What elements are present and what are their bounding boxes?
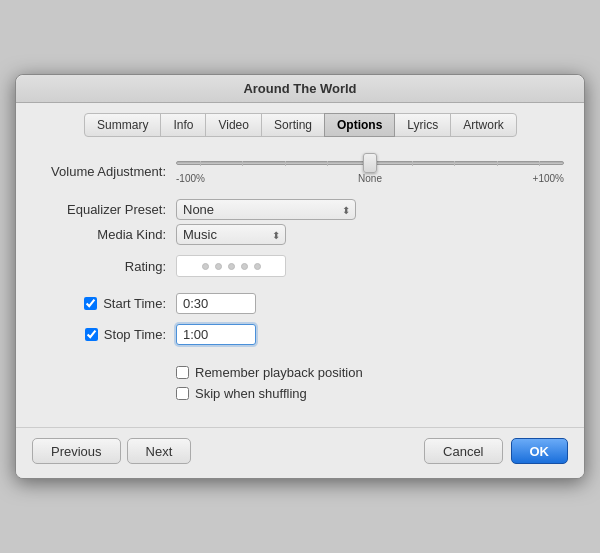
tab-lyrics[interactable]: Lyrics — [394, 113, 451, 137]
rating-dot-4[interactable] — [241, 263, 248, 270]
tab-artwork[interactable]: Artwork — [450, 113, 517, 137]
slider-labels: -100% None +100% — [176, 173, 564, 189]
main-window: Around The World Summary Info Video Sort… — [15, 74, 585, 479]
footer-right: Cancel OK — [424, 438, 568, 464]
equalizer-select[interactable]: None Acoustic Bass Booster Classical Dan… — [176, 199, 356, 220]
rating-row: Rating: — [36, 255, 564, 277]
footer: Previous Next Cancel OK — [16, 427, 584, 478]
equalizer-select-wrapper: None Acoustic Bass Booster Classical Dan… — [176, 199, 356, 220]
rating-dot-1[interactable] — [202, 263, 209, 270]
skip-shuffling-label: Skip when shuffling — [195, 386, 307, 401]
footer-left: Previous Next — [32, 438, 191, 464]
content-area: Volume Adjustment: — [16, 137, 584, 417]
remember-playback-label: Remember playback position — [195, 365, 363, 380]
tabs-bar: Summary Info Video Sorting Options Lyric… — [16, 103, 584, 137]
rating-dot-2[interactable] — [215, 263, 222, 270]
volume-center-label: None — [358, 173, 382, 184]
volume-min-label: -100% — [176, 173, 205, 184]
equalizer-row: Equalizer Preset: None Acoustic Bass Boo… — [36, 199, 564, 220]
media-kind-select[interactable]: Music Movie TV Show Podcast Audiobook — [176, 224, 286, 245]
start-time-row: Start Time: — [36, 293, 564, 314]
window-title: Around The World — [243, 81, 356, 96]
media-kind-row: Media Kind: Music Movie TV Show Podcast … — [36, 224, 564, 245]
previous-button[interactable]: Previous — [32, 438, 121, 464]
volume-row: Volume Adjustment: — [36, 153, 564, 189]
tab-options[interactable]: Options — [324, 113, 395, 137]
start-time-checkbox[interactable] — [84, 297, 97, 310]
volume-slider-thumb[interactable] — [363, 153, 377, 173]
volume-slider-wrapper[interactable] — [176, 153, 564, 173]
rating-label: Rating: — [36, 259, 166, 274]
skip-shuffling-row: Skip when shuffling — [36, 386, 564, 401]
volume-slider-container: -100% None +100% — [176, 153, 564, 189]
media-kind-select-wrapper: Music Movie TV Show Podcast Audiobook — [176, 224, 286, 245]
remember-playback-checkbox[interactable] — [176, 366, 189, 379]
rating-field[interactable] — [176, 255, 286, 277]
start-time-input[interactable] — [176, 293, 256, 314]
next-button[interactable]: Next — [127, 438, 192, 464]
media-kind-label: Media Kind: — [36, 227, 166, 242]
titlebar: Around The World — [16, 75, 584, 103]
tab-sorting[interactable]: Sorting — [261, 113, 325, 137]
tab-info[interactable]: Info — [160, 113, 206, 137]
stop-time-checkbox[interactable] — [85, 328, 98, 341]
rating-dot-5[interactable] — [254, 263, 261, 270]
skip-shuffling-checkbox[interactable] — [176, 387, 189, 400]
equalizer-label: Equalizer Preset: — [36, 202, 166, 217]
ok-button[interactable]: OK — [511, 438, 569, 464]
remember-playback-row: Remember playback position — [36, 365, 564, 380]
volume-max-label: +100% — [533, 173, 564, 184]
tab-summary[interactable]: Summary — [84, 113, 161, 137]
tab-video[interactable]: Video — [205, 113, 261, 137]
stop-time-input[interactable] — [176, 324, 256, 345]
rating-dot-3[interactable] — [228, 263, 235, 270]
rating-dots — [202, 263, 261, 270]
cancel-button[interactable]: Cancel — [424, 438, 502, 464]
start-time-label: Start Time: — [36, 296, 166, 311]
stop-time-label: Stop Time: — [36, 327, 166, 342]
volume-label: Volume Adjustment: — [36, 164, 166, 179]
stop-time-row: Stop Time: — [36, 324, 564, 345]
